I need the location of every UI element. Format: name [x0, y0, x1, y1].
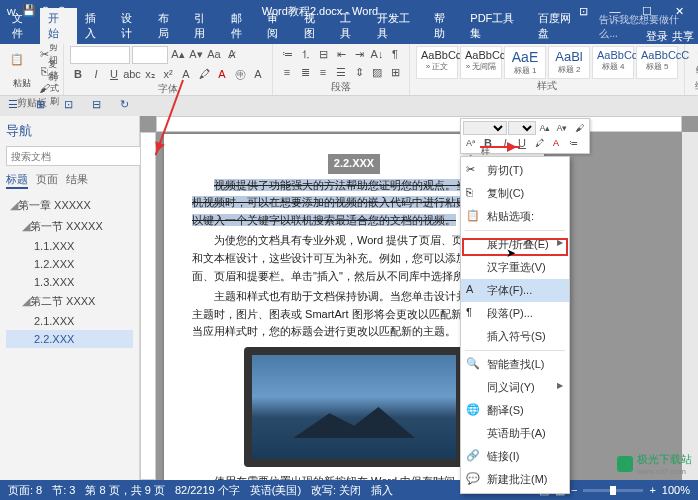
underline-button[interactable]: U: [106, 66, 122, 82]
mini-format-painter[interactable]: 🖌: [571, 121, 587, 135]
nav-item[interactable]: 1.1.XXX: [6, 237, 133, 255]
horizontal-ruler[interactable]: [156, 116, 682, 132]
zoom-slider[interactable]: [583, 489, 643, 492]
ctx-new-comment[interactable]: 💬新建批注(M): [461, 468, 569, 491]
format-painter-button[interactable]: 🖌 格式刷: [41, 80, 57, 96]
italic-button[interactable]: I: [88, 66, 104, 82]
status-page[interactable]: 页面: 8: [8, 483, 42, 498]
doc-image[interactable]: [244, 347, 464, 467]
tab-insert[interactable]: 插入: [77, 8, 113, 44]
tab-review[interactable]: 审阅: [259, 8, 295, 44]
mini-grow-font[interactable]: A▴: [537, 121, 553, 135]
subscript-button[interactable]: x₂: [142, 66, 158, 82]
status-language[interactable]: 英语(美国): [250, 483, 301, 498]
style-gallery[interactable]: AaBbCcDc» 正文 AaBbCcDc» 无间隔 AaE标题 1 AaBl标…: [416, 46, 678, 79]
vertical-ruler[interactable]: [140, 132, 156, 480]
align-left-button[interactable]: ≡: [279, 64, 295, 80]
tab-design[interactable]: 设计: [113, 8, 149, 44]
bold-button[interactable]: B: [70, 66, 86, 82]
ctx-smart-lookup[interactable]: 🔍智能查找(L): [461, 353, 569, 376]
increase-indent-button[interactable]: ⇥: [351, 46, 367, 62]
borders-button[interactable]: ⊞: [387, 64, 403, 80]
nav-item[interactable]: 1.3.XXX: [6, 273, 133, 291]
ruler-btn-4[interactable]: ⊟: [92, 98, 108, 114]
tab-references[interactable]: 引用: [186, 8, 222, 44]
nav-tab-results[interactable]: 结果: [66, 172, 88, 189]
nav-pane-toggle-icon[interactable]: ☰: [8, 98, 24, 114]
style-item[interactable]: AaBbCcC标题 5: [636, 46, 678, 79]
char-border-button[interactable]: A: [250, 66, 266, 82]
style-item[interactable]: AaE标题 1: [504, 46, 546, 79]
text-effects-button[interactable]: A: [178, 66, 194, 82]
ruler-btn-5[interactable]: ↻: [120, 98, 136, 114]
mini-font-color[interactable]: A: [548, 136, 564, 150]
tab-developer[interactable]: 开发工具: [369, 8, 426, 44]
shrink-font-button[interactable]: A▾: [188, 46, 204, 62]
shading-button[interactable]: ▨: [369, 64, 385, 80]
grow-font-button[interactable]: A▴: [170, 46, 186, 62]
tab-view[interactable]: 视图: [296, 8, 332, 44]
justify-button[interactable]: ☰: [333, 64, 349, 80]
paste-button[interactable]: 📋 粘贴: [6, 51, 38, 92]
nav-item[interactable]: ◢第二节 XXXX: [6, 291, 133, 312]
font-size-select[interactable]: [132, 46, 168, 64]
status-words[interactable]: 82/2219 个字: [175, 483, 240, 498]
decrease-indent-button[interactable]: ⇤: [333, 46, 349, 62]
change-case-button[interactable]: Aa: [206, 46, 222, 62]
strike-button[interactable]: abc: [124, 66, 140, 82]
ctx-link[interactable]: 🔗链接(I): [461, 445, 569, 468]
nav-tab-pages[interactable]: 页面: [36, 172, 58, 189]
align-center-button[interactable]: ≣: [297, 64, 313, 80]
ctx-copy[interactable]: ⎘复制(C): [461, 182, 569, 205]
nav-search-input[interactable]: [6, 146, 143, 166]
style-item[interactable]: AaBbCcDc» 无间隔: [460, 46, 502, 79]
highlight-button[interactable]: 🖍: [196, 66, 212, 82]
bullets-button[interactable]: ≔: [279, 46, 295, 62]
ctx-cut[interactable]: ✂剪切(T): [461, 159, 569, 182]
mini-font-select[interactable]: [463, 121, 507, 135]
zoom-out-button[interactable]: −: [571, 484, 577, 496]
tab-mailings[interactable]: 邮件: [223, 8, 259, 44]
tab-file[interactable]: 文件: [4, 8, 40, 44]
clear-format-button[interactable]: A̷: [224, 46, 240, 62]
editing-button[interactable]: 🔍编辑: [691, 46, 698, 79]
mini-bullets[interactable]: ≔: [565, 136, 581, 150]
ctx-paragraph[interactable]: ¶段落(P)...: [461, 302, 569, 325]
login-button[interactable]: 登录: [646, 29, 668, 44]
ctx-translate[interactable]: 🌐翻译(S): [461, 399, 569, 422]
sort-button[interactable]: A↓: [369, 46, 385, 62]
mini-size-select[interactable]: [508, 121, 536, 135]
tab-baidu[interactable]: 百度网盘: [530, 8, 587, 44]
ctx-synonyms[interactable]: 同义词(Y)▶: [461, 376, 569, 399]
superscript-button[interactable]: x²: [160, 66, 176, 82]
nav-item[interactable]: ◢第一章 XXXXX: [6, 195, 133, 216]
mini-highlight[interactable]: 🖍: [531, 136, 547, 150]
vertical-scrollbar[interactable]: [682, 132, 698, 480]
ctx-font[interactable]: A字体(F)...: [461, 279, 569, 302]
style-item[interactable]: AaBbCcDc» 正文: [416, 46, 458, 79]
phonetic-button[interactable]: ㊥: [232, 66, 248, 82]
mini-shrink-font[interactable]: A▾: [554, 121, 570, 135]
show-marks-button[interactable]: ¶: [387, 46, 403, 62]
ctx-paste-options[interactable]: 📋粘贴选项:: [461, 205, 569, 228]
ruler-btn-2[interactable]: ⊞: [36, 98, 52, 114]
numbering-button[interactable]: ⒈: [297, 46, 313, 62]
ctx-english-assistant[interactable]: 英语助手(A): [461, 422, 569, 445]
nav-item[interactable]: 1.2.XXX: [6, 255, 133, 273]
mini-styles[interactable]: Aᵃ: [463, 136, 479, 150]
share-button[interactable]: 共享: [672, 29, 694, 44]
nav-tab-headings[interactable]: 标题: [6, 172, 28, 189]
align-right-button[interactable]: ≡: [315, 64, 331, 80]
status-section[interactable]: 节: 3: [52, 483, 75, 498]
nav-item-selected[interactable]: 2.2.XXX: [6, 330, 133, 348]
tab-home[interactable]: 开始: [40, 8, 76, 44]
style-item[interactable]: AaBbCcC标题 4: [592, 46, 634, 79]
font-name-select[interactable]: [70, 46, 130, 64]
status-insert-mode[interactable]: 改写: 关闭: [311, 483, 361, 498]
zoom-in-button[interactable]: +: [649, 484, 655, 496]
zoom-level[interactable]: 100%: [662, 484, 690, 496]
tab-pdf[interactable]: PDF工具集: [462, 8, 529, 44]
tab-tools[interactable]: 工具: [332, 8, 368, 44]
status-ime[interactable]: 插入: [371, 483, 393, 498]
multilevel-button[interactable]: ⊟: [315, 46, 331, 62]
